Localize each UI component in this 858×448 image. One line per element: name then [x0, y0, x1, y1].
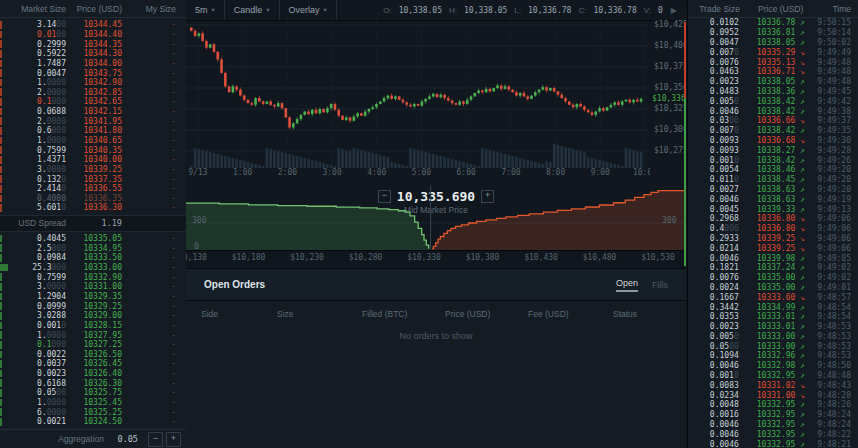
my-size: - [122, 88, 186, 97]
ask-row[interactable]: 1.437110340.00- [0, 155, 186, 165]
trade-time: 9:48:22 [817, 430, 858, 439]
price-axis-label: $10,375 [654, 62, 686, 71]
ask-row[interactable]: 2.414010336.55- [0, 184, 186, 194]
depth-bar [0, 98, 2, 106]
ask-row[interactable]: 0.759910340.35- [0, 145, 186, 155]
bid-row[interactable]: 0.001010328.15- [0, 321, 186, 331]
bid-row[interactable]: 0.050010325.75- [0, 388, 186, 398]
aggregation-increase-button[interactable]: + [166, 432, 181, 447]
trade-row: 0.035310333.01 ↗9:48:54 [688, 312, 858, 322]
ask-row[interactable]: 2.000010342.85- [0, 87, 186, 97]
ask-row[interactable]: 5.601010336.30- [0, 203, 186, 213]
trade-size: 0.0076 [688, 273, 739, 282]
depth-bar [0, 108, 2, 116]
trade-row: 0.030010336.66 ↘9:49:37 [688, 116, 858, 126]
ask-row[interactable]: 1.748710344.00- [0, 59, 186, 69]
trade-size: 0.0046 [688, 254, 739, 263]
trade-time: 9:49:20 [817, 165, 858, 174]
chart-type-dropdown[interactable]: Candle ▾ [225, 5, 279, 15]
ask-row[interactable]: 0.592210344.30- [0, 49, 186, 59]
depth-bar [0, 399, 2, 407]
trade-price: 10333.01 ↗ [757, 312, 818, 321]
trade-size: 0.0046 [688, 195, 739, 204]
trade-row: 0.007610335.00 ↗9:49:02 [688, 273, 858, 283]
tab-open[interactable]: Open [616, 278, 638, 292]
ask-row[interactable]: 0.100010342.65- [0, 97, 186, 107]
overlay-dropdown[interactable]: Overlay ▾ [280, 5, 336, 15]
aggregation-decrease-button[interactable]: − [148, 432, 163, 447]
bid-row[interactable]: 3.000010331.00- [0, 282, 186, 292]
ask-row[interactable]: 2.000010341.95- [0, 116, 186, 126]
time-axis-label: 10:00 [633, 168, 650, 177]
bid-row[interactable]: 6.000010325.25- [0, 407, 186, 417]
trade-size: 0.0023 [688, 322, 739, 331]
bid-row[interactable]: 1.000010325.45- [0, 398, 186, 408]
ask-row[interactable]: 3.140010344.45- [0, 20, 186, 30]
trade-time: 9:48:53 [817, 351, 858, 360]
trade-price: 10332.96 ↗ [757, 351, 818, 360]
ask-row[interactable]: 1.000010342.90- [0, 78, 186, 88]
bid-row[interactable]: 0.099910329.25- [0, 301, 186, 311]
ask-row[interactable]: 0.299910344.35- [0, 39, 186, 49]
timeframe-value: 5m [195, 5, 208, 15]
order-size: 3.0000 [0, 282, 66, 291]
col-size: Size [277, 309, 362, 319]
bid-row[interactable]: 0.098410333.50- [0, 253, 186, 263]
order-price: 10336.35 [66, 194, 122, 203]
bid-row[interactable]: 3.028810329.00- [0, 311, 186, 321]
ask-row[interactable]: 0.010010344.40- [0, 30, 186, 40]
ask-row[interactable]: 0.132010337.35- [0, 174, 186, 184]
bid-row[interactable]: 1.000010327.95- [0, 330, 186, 340]
bid-row[interactable]: 0.404510335.05- [0, 234, 186, 244]
bid-row[interactable]: 0.002210326.50- [0, 350, 186, 360]
bid-row[interactable]: 0.003710326.45- [0, 359, 186, 369]
ask-row[interactable]: 0.600010341.80- [0, 126, 186, 136]
bid-row[interactable]: 0.616810326.30- [0, 378, 186, 388]
trade-size: 0.0214 [688, 244, 739, 253]
trade-price: 10336.78 ↗ [757, 18, 818, 27]
price-marker-bid-strip [684, 98, 686, 266]
time-axis-label: 5:00 [412, 168, 431, 177]
trade-price: 10332.98 ↗ [757, 361, 818, 370]
trade-time: 9:49:05 [817, 254, 858, 263]
trade-time: 9:49:06 [817, 214, 858, 223]
depth-bar [0, 254, 2, 262]
bid-row[interactable]: 2.500010334.95- [0, 243, 186, 253]
bid-row[interactable]: 0.002110324.50- [0, 417, 186, 427]
order-price: 10342.85 [66, 88, 122, 97]
trade-row: 0.046310336.71 ↘9:49:48 [688, 67, 858, 77]
trade-row: 0.002710338.63 ↗9:49:20 [688, 185, 858, 195]
tab-fills[interactable]: Fills [652, 280, 668, 290]
my-size: - [122, 136, 186, 145]
ask-row[interactable]: 1.000010340.65- [0, 136, 186, 146]
ask-row[interactable]: 0.068810342.15- [0, 107, 186, 117]
order-size: 0.7599 [0, 273, 66, 282]
depth-bar [0, 166, 2, 174]
bid-row[interactable]: 0.759910332.90- [0, 272, 186, 282]
ask-row[interactable]: 0.400010336.35- [0, 194, 186, 204]
order-size: 2.5000 [0, 244, 66, 253]
depth-chart-area[interactable]: 300 0 300 [186, 183, 686, 253]
candlestick-chart-area[interactable]: 9/131:002:003:004:005:006:007:008:009:00… [186, 20, 686, 180]
depth-bar [0, 408, 2, 416]
trade-time: 9:49:38 [817, 107, 858, 116]
col-my-size: My Size [122, 4, 186, 14]
bid-row[interactable]: 25.300010333.00- [0, 263, 186, 273]
my-size: - [122, 40, 186, 49]
order-size: 0.1000 [0, 97, 66, 106]
bid-row[interactable]: 0.100010327.25- [0, 340, 186, 350]
ask-row[interactable]: 3.000010339.25- [0, 165, 186, 175]
price-axis-label: $10,325 [654, 104, 686, 113]
depth-bar [0, 302, 2, 310]
trade-row: 0.109410332.96 ↗9:48:53 [688, 351, 858, 361]
depth-axis-label: $10,330 [407, 253, 441, 262]
timeframe-dropdown[interactable]: 5m ▾ [186, 5, 224, 15]
trade-row: 0.007010335.29 ↘9:49:49 [688, 47, 858, 57]
my-size: - [122, 69, 186, 78]
depth-chart[interactable] [186, 183, 686, 253]
my-size: - [122, 107, 186, 116]
bid-row[interactable]: 1.290410329.35- [0, 292, 186, 302]
play-icon[interactable]: ▶ [671, 6, 677, 15]
ask-row[interactable]: 0.004710343.75- [0, 68, 186, 78]
bid-row[interactable]: 0.002310326.40- [0, 369, 186, 379]
